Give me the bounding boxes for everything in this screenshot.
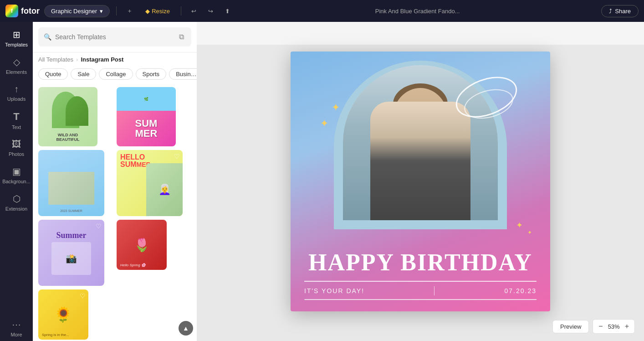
topbar-divider (116, 6, 117, 16)
left-sidebar: ⊞ Templates ◇ Elements ↑ Uploads T Text … (0, 22, 33, 341)
sidebar-label-more: More (10, 332, 22, 337)
list-item[interactable]: 2023 SUMMER (38, 150, 104, 216)
templates-icon: ⊞ (13, 29, 20, 40)
canvas-sub-divider (434, 286, 434, 295)
designer-label: Graphic Designer (51, 8, 97, 15)
person-body (370, 102, 470, 220)
sidebar-label-photos: Photos (9, 151, 24, 157)
search-box: 🔍 ⧉ (38, 27, 191, 46)
diamond-icon: ◆ (145, 8, 150, 15)
upload-button[interactable]: ⬆ (221, 5, 234, 17)
bottom-controls: Preview − 53% + (552, 319, 635, 334)
sidebar-item-photos[interactable]: 🖼 Photos (2, 135, 31, 160)
templates-panel: 🔍 ⧉ All Templates › Instagram Post Quote… (33, 22, 197, 341)
canvas-top-strip (197, 22, 644, 45)
sidebar-label-text: Text (12, 124, 21, 130)
resize-button[interactable]: ◆ Resize (141, 5, 174, 17)
list-item[interactable]: 🌻 ♡ Spring is in the... (38, 289, 88, 340)
canvas-main-title: HAPPY BIRTHDAY (304, 249, 537, 275)
category-chips: Quote Sale Collage Sports Busin… (33, 67, 197, 83)
photos-icon: 🖼 (12, 139, 21, 150)
canvas-divider-top (304, 281, 537, 282)
sidebar-item-more[interactable]: ⋯ More (2, 315, 31, 341)
canvas-card[interactable]: ✦ ✦ ✦ ✦ HAPPY BIRTHDAY IT'S YOUR DAY! 07… (291, 52, 550, 311)
search-icon: 🔍 (44, 33, 51, 41)
breadcrumb-separator: › (76, 56, 78, 63)
sidebar-item-elements[interactable]: ◇ Elements (2, 53, 31, 78)
resize-label: Resize (152, 8, 170, 15)
star-icon-3: ✦ (516, 220, 523, 230)
redo-button[interactable]: ↪ (204, 5, 217, 17)
sidebar-label-elements: Elements (6, 69, 27, 75)
sidebar-label-extension: Extension (5, 206, 27, 212)
breadcrumb-parent[interactable]: All Templates (38, 56, 73, 63)
breadcrumb: All Templates › Instagram Post (33, 52, 197, 67)
sidebar-item-extension[interactable]: ⬡ Extension (2, 190, 31, 215)
zoom-in-button[interactable]: + (623, 321, 631, 331)
sidebar-item-text[interactable]: T Text (2, 107, 31, 134)
share-icon: ⤴ (609, 8, 612, 15)
share-button[interactable]: ⤴ Share (601, 5, 639, 17)
canvas-subtitle-left: IT'S YOUR DAY! (304, 287, 364, 294)
zoom-value: 53% (607, 323, 621, 330)
chip-quote[interactable]: Quote (38, 68, 68, 80)
topbar: f fotor Graphic Designer ▾ ＋ ◆ Resize ↩ … (0, 0, 644, 22)
chip-sale[interactable]: Sale (71, 68, 96, 80)
star-icon-4: ✦ (527, 229, 532, 236)
sidebar-item-backgrounds[interactable]: ▣ Backgroun... (2, 162, 31, 188)
canvas-text-area: HAPPY BIRTHDAY IT'S YOUR DAY! 07.20.23 (291, 240, 550, 311)
star-icon-1: ✦ (332, 102, 340, 114)
document-title: Pink And Blue Gradient Fando... (238, 8, 597, 15)
logo-text: fotor (21, 6, 40, 16)
search-area: 🔍 ⧉ (33, 22, 197, 52)
chip-collage[interactable]: Collage (99, 68, 133, 80)
elements-icon: ◇ (13, 57, 20, 67)
scroll-to-top-button[interactable]: ▲ (179, 321, 193, 336)
chevron-down-icon: ▾ (100, 8, 103, 15)
topbar-divider-2 (181, 6, 181, 16)
filter-button[interactable]: ⧉ (177, 31, 186, 43)
extension-icon: ⬡ (13, 193, 20, 204)
list-item[interactable]: HELLOSUMMER 👩‍🦳 ♡ (117, 150, 183, 216)
sidebar-label-templates: Templates (5, 42, 28, 47)
uploads-icon: ↑ (14, 84, 19, 94)
breadcrumb-current: Instagram Post (81, 56, 123, 63)
canvas-divider-bottom (304, 299, 537, 300)
logo-icon: f (5, 5, 18, 17)
sidebar-label-backgrounds: Backgroun... (2, 179, 31, 184)
share-label: Share (615, 8, 631, 15)
search-input[interactable] (55, 33, 172, 41)
add-button[interactable]: ＋ (123, 4, 136, 18)
canvas-subtitle-right: 07.20.23 (504, 287, 537, 294)
templates-grid: WILD AND BEAUTIFUL 🌿 SUMMER (33, 83, 197, 341)
backgrounds-icon: ▣ (12, 166, 21, 177)
list-item[interactable]: 🌷 Hello Spring 🌸 (117, 220, 167, 270)
list-item[interactable]: Summer 📸 ♡ (38, 220, 104, 286)
zoom-out-button[interactable]: − (597, 321, 604, 331)
list-item[interactable]: WILD AND BEAUTIFUL (38, 87, 97, 146)
star-icon-2: ✦ (320, 118, 328, 129)
sidebar-item-templates[interactable]: ⊞ Templates (2, 26, 31, 51)
text-icon: T (13, 111, 19, 123)
designer-selector[interactable]: Graphic Designer ▾ (44, 5, 110, 17)
undo-button[interactable]: ↩ (188, 5, 200, 17)
main-area: ⊞ Templates ◇ Elements ↑ Uploads T Text … (0, 22, 644, 341)
more-icon: ⋯ (12, 319, 21, 330)
canvas-subtitle: IT'S YOUR DAY! 07.20.23 (304, 285, 537, 296)
chip-business[interactable]: Busin… (169, 68, 197, 80)
sidebar-item-uploads[interactable]: ↑ Uploads (2, 80, 31, 105)
preview-button[interactable]: Preview (552, 320, 589, 333)
list-item[interactable]: 🌿 SUMMER (117, 87, 176, 146)
chip-sports[interactable]: Sports (136, 68, 167, 80)
logo: f fotor (5, 5, 40, 17)
sidebar-label-uploads: Uploads (7, 96, 26, 102)
zoom-controls: − 53% + (593, 319, 635, 334)
canvas-area: ✦ ✦ ✦ ✦ HAPPY BIRTHDAY IT'S YOUR DAY! 07… (197, 22, 644, 341)
